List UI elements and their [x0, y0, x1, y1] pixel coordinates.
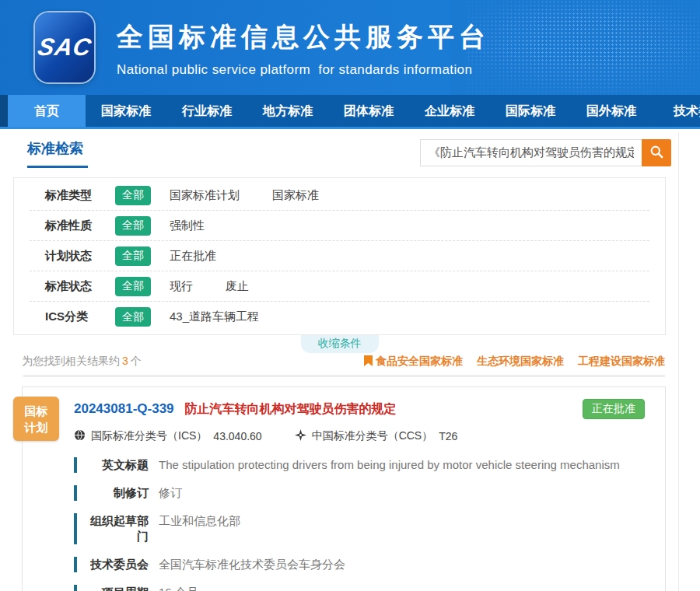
quick-link-engineering[interactable]: 工程建设国家标准	[578, 355, 665, 369]
main-nav: 首页 国家标准 行业标准 地方标准 团体标准 企业标准 国际标准 国外标准 技术…	[0, 95, 700, 129]
quick-links: 食品安全国家标准 生态环境国家标准 工程建设国家标准	[364, 355, 665, 369]
results-summary: 为您找到相关结果约3个	[22, 355, 142, 369]
filter-option[interactable]: 强制性	[170, 219, 205, 233]
filter-row-standard-nature: 标准性质 全部 强制性	[30, 211, 649, 241]
quick-link-label: 食品安全国家标准	[376, 355, 463, 369]
collapse-wrap: 收缩条件	[13, 335, 666, 353]
field-row-project-period: 项目周期 16 个月	[74, 585, 649, 591]
filter-label: 标准状态	[30, 279, 98, 294]
filter-label: 标准性质	[30, 219, 98, 233]
search-group	[420, 139, 671, 166]
filter-all-button[interactable]: 全部	[115, 216, 151, 236]
nav-item-local-standards[interactable]: 地方标准	[247, 95, 328, 127]
filter-option[interactable]: 国家标准	[272, 188, 319, 203]
sac-logo[interactable]: SAC	[35, 12, 94, 82]
filter-row-plan-status: 计划状态 全部 正在批准	[30, 241, 649, 271]
filter-label: 标准类型	[30, 188, 98, 203]
filter-all-button[interactable]: 全部	[115, 277, 151, 296]
field-value: The stipulation protecting drivers from …	[159, 457, 628, 473]
nav-item-international-standards[interactable]: 国际标准	[490, 95, 571, 127]
nav-item-national-standards[interactable]: 国家标准	[86, 95, 166, 127]
site-title: 全国标准信息公共服务平台	[117, 19, 490, 55]
field-label: 技术委员会	[83, 557, 149, 572]
filter-option[interactable]: 现行	[170, 279, 193, 294]
field-marker-bar	[74, 557, 77, 572]
filter-all-button[interactable]: 全部	[115, 247, 151, 266]
nav-left-strip	[0, 95, 8, 127]
search-button[interactable]	[642, 139, 671, 166]
section-divider	[23, 375, 665, 377]
nav-item-foreign-standards[interactable]: 国外标准	[571, 95, 652, 127]
search-input[interactable]	[420, 139, 642, 166]
quick-link-label: 生态环境国家标准	[477, 355, 564, 369]
field-row-revision: 制修订 修订	[74, 485, 649, 501]
field-row-drafting-department: 组织起草部门 工业和信息化部	[74, 513, 649, 544]
ics-label: 国际标准分类号（ICS）	[91, 429, 207, 443]
filter-row-ics: ICS分类 全部 43_道路车辆工程	[30, 302, 649, 332]
nav-item-enterprise-standards[interactable]: 企业标准	[409, 95, 490, 127]
tab-standard-search[interactable]: 标准检索	[27, 139, 88, 168]
globe-icon	[74, 429, 86, 443]
quick-link-eco-environment[interactable]: 生态环境国家标准	[477, 355, 564, 369]
search-section: 标准检索	[0, 129, 700, 174]
standard-title-link[interactable]: 防止汽车转向机构对驾驶员伤害的规定	[185, 401, 397, 418]
filter-row-standard-type: 标准类型 全部 国家标准计划 国家标准	[30, 180, 649, 211]
site-subtitle: National public service platform for sta…	[117, 62, 490, 78]
field-marker-bar	[74, 513, 77, 544]
field-value: 全国汽车标准化技术委员会车身分会	[159, 557, 353, 572]
badge-line2: 计划	[13, 419, 59, 435]
card-title-row: 20243081-Q-339 防止汽车转向机构对驾驶员伤害的规定 正在批准	[74, 399, 649, 419]
field-label: 英文标题	[83, 457, 149, 473]
ics-value: 43.040.60	[213, 430, 261, 442]
quick-link-label: 工程建设国家标准	[578, 355, 665, 369]
results-summary-row: 为您找到相关结果约3个 食品安全国家标准 生态环境国家标准 工程建设国家标准	[22, 355, 665, 369]
filter-option[interactable]: 43_道路车辆工程	[170, 309, 259, 324]
filter-all-button[interactable]: 全部	[115, 307, 151, 327]
field-value: 16 个月	[159, 585, 206, 591]
status-badge: 正在批准	[583, 399, 645, 419]
site-title-block: 全国标准信息公共服务平台 National public service pla…	[117, 19, 490, 78]
results-summary-suffix: 个	[131, 355, 142, 367]
ccs-label: 中国标准分类号（CCS）	[312, 429, 433, 443]
field-label: 项目周期	[83, 585, 149, 591]
collapse-conditions-button[interactable]: 收缩条件	[301, 335, 379, 353]
sac-logo-text: SAC	[36, 33, 94, 61]
standard-plan-code[interactable]: 20243081-Q-339	[74, 401, 174, 417]
filter-label: ICS分类	[30, 309, 98, 324]
field-label: 制修订	[83, 485, 149, 501]
filter-label: 计划状态	[30, 249, 98, 264]
card-meta-row: 国际标准分类号（ICS） 43.040.60 中国标准分类号（CCS） T26	[74, 429, 649, 443]
filter-panel: 标准类型 全部 国家标准计划 国家标准 标准性质 全部 强制性 计划状态 全部 …	[13, 177, 666, 335]
field-value: 修订	[159, 485, 190, 501]
magnifier-icon	[649, 145, 664, 162]
filter-option[interactable]: 废止	[226, 279, 249, 294]
field-marker-bar	[74, 457, 77, 473]
field-marker-bar	[74, 485, 77, 501]
filter-row-standard-status: 标准状态 全部 现行 废止	[30, 271, 649, 302]
result-card: 国标 计划 20243081-Q-339 防止汽车转向机构对驾驶员伤害的规定 正…	[22, 386, 666, 591]
results-count: 3	[122, 355, 128, 367]
ccs-value: T26	[439, 430, 457, 442]
bookmark-icon	[364, 355, 373, 369]
page-right-divider	[678, 132, 679, 591]
filter-option[interactable]: 正在批准	[170, 249, 216, 264]
results-summary-prefix: 为您找到相关结果约	[22, 355, 120, 367]
nav-item-industry-standards[interactable]: 行业标准	[166, 95, 247, 127]
nav-item-home[interactable]: 首页	[8, 95, 86, 127]
badge-line1: 国标	[13, 403, 59, 419]
card-fields: 英文标题 The stipulation protecting drivers …	[74, 457, 649, 591]
quick-link-food-safety[interactable]: 食品安全国家标准	[364, 355, 463, 369]
nav-item-group-standards[interactable]: 团体标准	[328, 95, 409, 127]
site-header: SAC 全国标准信息公共服务平台 National public service…	[0, 0, 700, 95]
field-marker-bar	[74, 585, 77, 591]
field-label: 组织起草部门	[83, 513, 149, 544]
compass-icon	[295, 429, 306, 443]
field-row-technical-committee: 技术委员会 全国汽车标准化技术委员会车身分会	[74, 557, 649, 572]
national-plan-badge: 国标 计划	[13, 397, 59, 441]
field-row-english-title: 英文标题 The stipulation protecting drivers …	[74, 457, 649, 473]
filter-all-button[interactable]: 全部	[115, 186, 151, 205]
filter-option[interactable]: 国家标准计划	[170, 188, 240, 203]
field-value: 工业和信息化部	[159, 513, 248, 544]
nav-item-technical-committee[interactable]: 技术委	[652, 95, 700, 127]
